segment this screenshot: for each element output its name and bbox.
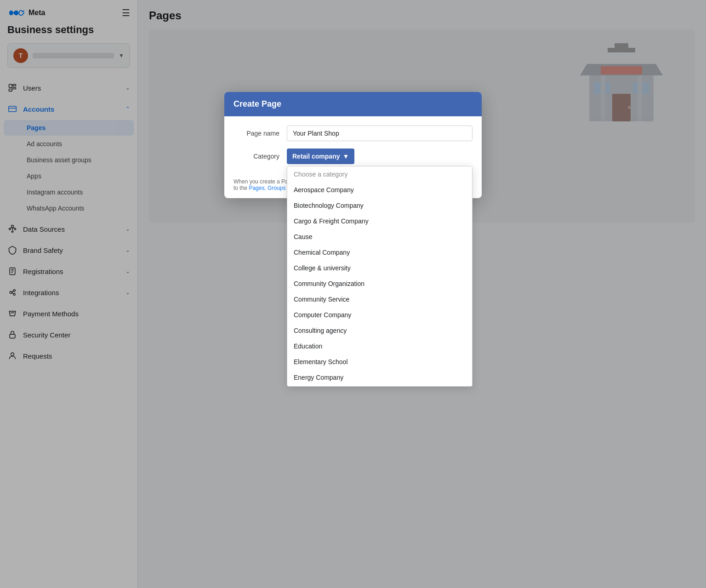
page-name-row: Page name (233, 126, 473, 141)
dropdown-item-education[interactable]: Education (287, 338, 472, 354)
dropdown-item-college[interactable]: College & university (287, 260, 472, 276)
dropdown-item-community-org[interactable]: Community Organization (287, 276, 472, 291)
dropdown-item-placeholder[interactable]: Choose a category (287, 166, 472, 182)
page-name-label: Page name (233, 130, 279, 137)
create-page-dialog: Create Page Page name Category Retail co… (224, 92, 482, 198)
dropdown-item-cause[interactable]: Cause (287, 229, 472, 245)
dropdown-item-cargo[interactable]: Cargo & Freight Company (287, 213, 472, 229)
dropdown-item-community-service[interactable]: Community Service (287, 291, 472, 307)
page-name-input[interactable] (287, 126, 473, 141)
dropdown-item-chemical[interactable]: Chemical Company (287, 245, 472, 260)
dropdown-item-computer[interactable]: Computer Company (287, 307, 472, 323)
dropdown-item-government[interactable]: Government organization (287, 385, 472, 387)
category-dropdown-container: Retail company ▼ Choose a category Aeros… (287, 148, 473, 164)
dropdown-item-elementary[interactable]: Elementary School (287, 354, 472, 370)
category-selected-label: Retail company (292, 153, 340, 160)
dialog-header: Create Page (224, 92, 482, 116)
dialog-title: Create Page (233, 99, 281, 108)
dialog-body: Page name Category Retail company ▼ Choo… (224, 116, 482, 164)
dropdown-item-aerospace[interactable]: Aerospace Company (287, 182, 472, 198)
dialog-overlay: Create Page Page name Category Retail co… (0, 0, 706, 588)
category-dropdown-list: Choose a category Aerospace Company Biot… (287, 166, 473, 387)
dropdown-item-energy[interactable]: Energy Company (287, 370, 472, 385)
category-chevron-icon: ▼ (342, 153, 349, 160)
dropdown-item-consulting[interactable]: Consulting agency (287, 323, 472, 338)
category-row: Category Retail company ▼ Choose a categ… (233, 148, 473, 164)
category-button[interactable]: Retail company ▼ (287, 148, 354, 164)
dropdown-item-biotech[interactable]: Biotechnology Company (287, 198, 472, 213)
category-label: Category (233, 153, 279, 160)
